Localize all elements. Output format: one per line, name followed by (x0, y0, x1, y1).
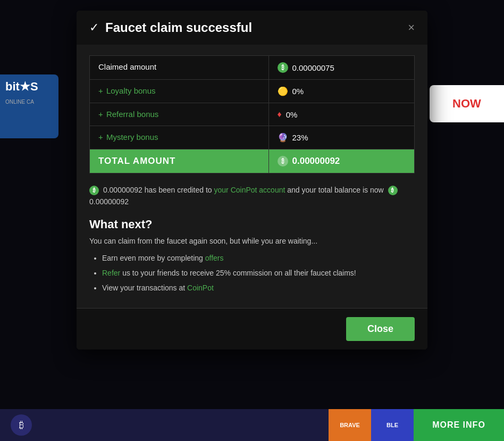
bullet-transactions: View your transactions at CoinPot (102, 280, 415, 295)
brand-sub: ONLINE CA (0, 99, 58, 105)
claimed-amount-row: Claimed amount ₿ 0.00000075 (90, 56, 414, 80)
bottom-left: ₿ (0, 409, 329, 441)
coin-icon-circle: ₿ (11, 414, 32, 436)
total-amount-row: TOTAL AMOUNT ₿ 0.00000092 (90, 149, 414, 173)
loyalty-label-text: Loyalty bonus (106, 86, 156, 95)
referral-value-text: 0% (286, 110, 298, 119)
referral-icon: ♦ (278, 110, 282, 119)
loyalty-icon: 🟡 (278, 86, 288, 96)
mystery-bonus-label: + Mystery bonus (90, 126, 268, 149)
claimed-amount-label: Claimed amount (90, 56, 268, 79)
total-amount-label: TOTAL AMOUNT (90, 149, 268, 173)
bottom-orange-label[interactable]: BRAVE (329, 409, 371, 441)
bullet-list: Earn even more by completing offers Refe… (89, 251, 415, 295)
bullet-offers-pre: Earn even more by completing (102, 254, 203, 262)
referral-bonus-value: ♦ 0% (268, 103, 415, 126)
bottom-bar: ₿ BRAVE BLE MORE INFO (0, 409, 504, 441)
what-next-title: What next? (89, 218, 415, 231)
btc-icon-balance: ₿ (388, 186, 398, 195)
coinpot-link[interactable]: CoinPot (187, 284, 214, 292)
referral-bonus-label: + Referral bonus (90, 103, 268, 126)
referral-label-text: Referral bonus (106, 110, 158, 119)
modal-title-wrap: ✓ Faucet claim successful (89, 20, 252, 35)
bullet-offers: Earn even more by completing offers (102, 251, 415, 265)
description-text: You can claim from the faucet again soon… (89, 237, 415, 245)
mystery-plus: + (98, 132, 103, 142)
bottom-blue-label[interactable]: BLE (371, 409, 414, 441)
total-value-number: 0.00000092 (292, 156, 340, 167)
btc-icon-claimed: ₿ (278, 62, 288, 73)
mystery-value-text: 23% (292, 133, 308, 142)
loyalty-plus: + (98, 86, 103, 95)
modal-header: ✓ Faucet claim successful × (77, 11, 427, 45)
mystery-bonus-row: + Mystery bonus 🔮 23% (90, 126, 414, 149)
claimed-amount-number: 0.00000075 (292, 63, 334, 72)
mystery-label-text: Mystery bonus (106, 132, 158, 142)
mystery-bonus-value: 🔮 23% (268, 126, 415, 149)
modal-title: Faucet claim successful (105, 20, 252, 35)
bg-left-brand: bit★S ONLINE CA (0, 74, 58, 138)
close-action-button[interactable]: Close (346, 317, 415, 341)
modal-footer: Close (77, 308, 427, 350)
credited-info: ₿ 0.00000092 has been credited to your C… (89, 184, 415, 208)
claim-table: Claimed amount ₿ 0.00000075 + Loyalty bo… (89, 55, 415, 173)
bottom-green-more-info[interactable]: MORE INFO (414, 409, 504, 441)
cta-text: NOW (452, 97, 481, 111)
modal-body: Claimed amount ₿ 0.00000075 + Loyalty bo… (77, 45, 427, 308)
btc-icon-total: ₿ (278, 156, 288, 167)
loyalty-bonus-label: + Loyalty bonus (90, 80, 268, 103)
modal-close-button[interactable]: × (408, 22, 415, 34)
mystery-icon: 🔮 (278, 132, 288, 143)
bg-right-cta: NOW (430, 85, 504, 122)
btc-icon-credited: ₿ (89, 186, 99, 195)
loyalty-bonus-value: 🟡 0% (268, 80, 415, 103)
referral-bonus-row: + Referral bonus ♦ 0% (90, 103, 414, 126)
bullet-refer-post: us to your friends to receive 25% commis… (122, 269, 356, 277)
coinpot-account-link[interactable]: your CoinPot account (214, 186, 285, 194)
refer-link[interactable]: Refer (102, 269, 120, 277)
checkmark-icon: ✓ (89, 21, 99, 35)
bullet-transactions-pre: View your transactions at (102, 284, 185, 292)
modal: ✓ Faucet claim successful × Claimed amou… (77, 11, 427, 350)
offers-link[interactable]: offers (205, 254, 224, 262)
referral-plus: + (98, 110, 103, 119)
claimed-amount-value: ₿ 0.00000075 (268, 56, 415, 79)
brand-name: bit★S (0, 74, 58, 99)
total-amount-value: ₿ 0.00000092 (268, 149, 415, 173)
loyalty-bonus-row: + Loyalty bonus 🟡 0% (90, 80, 414, 103)
loyalty-value-text: 0% (292, 87, 304, 96)
bullet-refer: Refer us to your friends to receive 25% … (102, 265, 415, 280)
